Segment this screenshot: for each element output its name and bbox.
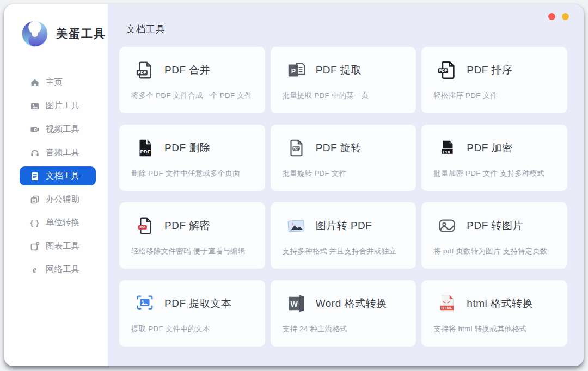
page-title: 文档工具 <box>126 23 567 35</box>
close-button[interactable] <box>548 13 555 20</box>
app-title: 美蛋工具 <box>56 26 106 41</box>
sidebar-item-video-tools[interactable]: 视频工具 <box>20 120 96 139</box>
svg-text:P: P <box>291 67 295 75</box>
sidebar-menu: 主页 图片工具 <box>4 73 108 279</box>
word-convert-icon: W <box>286 293 307 314</box>
svg-text:PDF: PDF <box>140 226 145 229</box>
globe-e-icon: e <box>30 265 40 275</box>
svg-text:PDF: PDF <box>439 69 448 73</box>
svg-text:HTML: HTML <box>442 306 453 310</box>
tool-card-desc: 批量旋转 PDF 文件 <box>283 169 406 178</box>
tool-card-pdf-extract[interactable]: P PDF 提取 批量提取 PDF 中的某一页 <box>271 47 416 113</box>
tool-card-desc: 轻松移除文件密码 便于查看与编辑 <box>131 246 254 256</box>
tool-card-title: PDF 加密 <box>467 141 512 155</box>
svg-text:W: W <box>290 300 298 308</box>
video-icon <box>30 125 40 134</box>
sidebar-item-label: 单位转换 <box>46 217 79 228</box>
sidebar-item-image-tools[interactable]: 图片工具 <box>20 96 96 115</box>
sidebar-item-label: 图表工具 <box>46 240 79 252</box>
tool-card-title: PDF 排序 <box>467 63 512 77</box>
svg-text:PDF: PDF <box>293 147 299 150</box>
sidebar-item-unit-convert[interactable]: { } 单位转换 <box>20 213 96 232</box>
tool-card-image-to-pdf[interactable]: 图片转 PDF 支持多种格式 并且支持合并或独立 <box>271 202 416 269</box>
tool-card-pdf-to-image[interactable]: PDF 转图片 将 pdf 页数转为图片 支持特定页数 <box>421 202 567 269</box>
tool-card-desc: 批量提取 PDF 中的某一页 <box>283 91 406 101</box>
tool-card-pdf-sort[interactable]: PDF PDF 排序 轻松排序 PDF 文件 <box>421 47 567 113</box>
home-icon <box>30 78 40 88</box>
tool-card-html-convert[interactable]: < > HTML html 格式转换 支持将 html 转换成其他格式 <box>421 280 567 347</box>
pdf-delete-icon: PDF <box>134 138 155 158</box>
tool-card-word-convert[interactable]: W Word 格式转换 支持 24 种主流格式 <box>271 280 416 347</box>
sidebar-item-network-tools[interactable]: e 网络工具 <box>20 260 96 279</box>
tool-card-pdf-delete[interactable]: PDF PDF 删除 删除 PDF 文件中任意或多个页面 <box>119 125 265 191</box>
app-logo: 美蛋工具 <box>4 4 108 49</box>
tool-card-desc: 将多个 PDF 文件合成一个 PDF 文件 <box>131 91 254 101</box>
pdf-extract-text-icon <box>134 293 155 314</box>
svg-text:PDF: PDF <box>140 149 150 154</box>
tool-card-title: PDF 旋转 <box>316 141 362 155</box>
tool-card-title: 图片转 PDF <box>316 219 372 233</box>
minimize-button[interactable] <box>562 13 569 20</box>
tool-card-desc: 删除 PDF 文件中任意或多个页面 <box>131 169 254 178</box>
sidebar-item-home[interactable]: 主页 <box>20 73 96 92</box>
pdf-encrypt-icon: PDF <box>437 138 457 158</box>
sidebar-item-label: 图片工具 <box>46 100 79 112</box>
sidebar-item-label: 办公辅助 <box>46 194 79 205</box>
app-window: 美蛋工具 主页 图片工具 <box>4 4 584 366</box>
tool-card-desc: 轻松排序 PDF 文件 <box>433 91 556 101</box>
tool-card-desc: 批量加密 PDF 文件 支持多种模式 <box>433 169 556 178</box>
pdf-rotate-icon: PDF <box>286 138 307 158</box>
tool-card-title: Word 格式转换 <box>316 296 387 311</box>
sidebar: 美蛋工具 主页 图片工具 <box>4 4 108 366</box>
braces-icon: { } <box>30 218 40 228</box>
sidebar-item-label: 文档工具 <box>46 170 79 182</box>
sidebar-item-office-assist[interactable]: 办公辅助 <box>20 190 96 209</box>
svg-text:PDF: PDF <box>443 150 452 154</box>
tool-card-title: PDF 删除 <box>164 141 210 155</box>
sidebar-item-label: 视频工具 <box>46 123 79 135</box>
tool-card-title: html 格式转换 <box>467 296 533 311</box>
copy-icon <box>30 195 40 205</box>
tool-card-pdf-rotate[interactable]: PDF PDF 旋转 批量旋转 PDF 文件 <box>271 125 416 191</box>
svg-text:PDF: PDF <box>138 70 146 75</box>
sidebar-item-label: 网络工具 <box>46 264 79 275</box>
pdf-extract-icon: P <box>286 60 307 81</box>
tool-card-title: PDF 提取 <box>316 63 362 77</box>
tool-card-title: PDF 提取文本 <box>164 296 231 311</box>
tool-card-pdf-encrypt[interactable]: PDF PDF 加密 批量加密 PDF 文件 支持多种模式 <box>421 125 567 191</box>
pdf-decrypt-icon: PDF <box>134 215 155 236</box>
tool-card-desc: 支持 24 种主流格式 <box>283 324 406 334</box>
pdf-to-image-icon <box>437 215 457 236</box>
sidebar-item-document-tools[interactable]: 文档工具 <box>20 166 96 186</box>
pdf-merge-icon: PDF <box>134 60 155 81</box>
tool-card-title: PDF 合并 <box>164 63 210 77</box>
tool-card-desc: 支持将 html 转换成其他格式 <box>433 324 556 334</box>
tool-card-pdf-merge[interactable]: PDF PDF 合并 将多个 PDF 文件合成一个 PDF 文件 <box>119 47 265 113</box>
tool-card-desc: 将 pdf 页数转为图片 支持特定页数 <box>433 246 556 256</box>
tool-card-desc: 提取 PDF 文件中的文本 <box>131 324 254 334</box>
tool-card-title: PDF 解密 <box>164 219 210 233</box>
sidebar-item-chart-tools[interactable]: 图表工具 <box>20 237 96 256</box>
sidebar-item-audio-tools[interactable]: 音频工具 <box>20 143 96 162</box>
tool-card-desc: 支持多种格式 并且支持合并或独立 <box>283 246 406 256</box>
sidebar-item-label: 音频工具 <box>46 147 79 158</box>
window-controls <box>548 13 569 20</box>
tool-card-grid: PDF PDF 合并 将多个 PDF 文件合成一个 PDF 文件 <box>119 47 567 347</box>
tool-card-pdf-decrypt[interactable]: PDF PDF 解密 轻松移除文件密码 便于查看与编辑 <box>119 202 265 269</box>
image-to-pdf-icon <box>286 215 307 236</box>
main-content: 文档工具 PDF PDF 合并 将多个 PDF 文件合成一个 PDF 文 <box>108 4 584 366</box>
pdf-sort-icon: PDF <box>437 60 457 81</box>
svg-text:< >: < > <box>443 299 451 305</box>
headset-icon <box>30 148 40 158</box>
chart-icon <box>30 242 40 251</box>
tool-card-pdf-extract-text[interactable]: PDF 提取文本 提取 PDF 文件中的文本 <box>119 280 265 347</box>
document-icon <box>30 171 40 181</box>
sidebar-item-label: 主页 <box>46 77 63 88</box>
app-logo-icon <box>20 18 50 49</box>
tool-card-title: PDF 转图片 <box>467 219 523 233</box>
image-icon <box>30 101 40 111</box>
html-convert-icon: < > HTML <box>437 293 457 314</box>
